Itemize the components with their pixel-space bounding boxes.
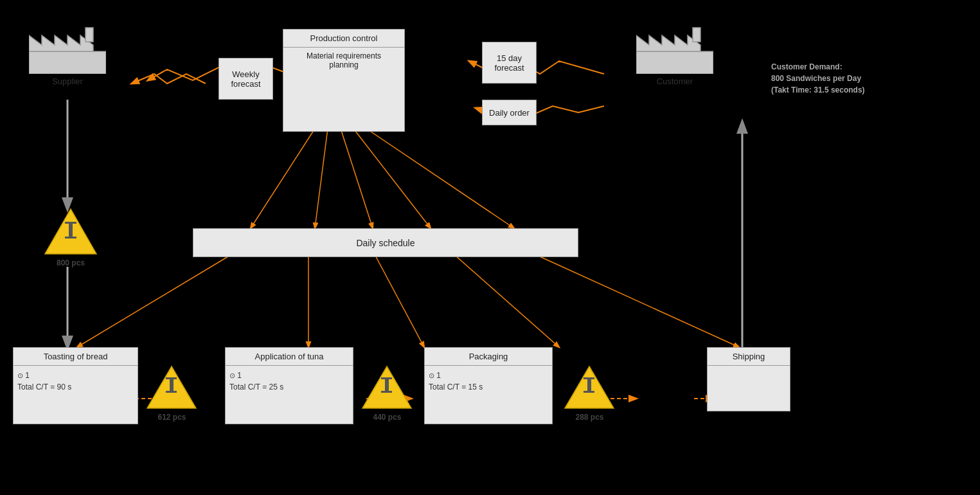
svg-marker-23 bbox=[636, 35, 700, 51]
svg-rect-30 bbox=[166, 377, 177, 379]
svg-line-16 bbox=[373, 251, 424, 347]
daily-schedule-label: Daily schedule bbox=[356, 238, 414, 248]
customer-demand-line3: (Takt Time: 31.5 seconds) bbox=[771, 84, 865, 96]
process-tuna-box: Application of tuna ⊙ 1 Total C/T = 25 s bbox=[225, 347, 353, 424]
process-toasting-title: Toasting of bread bbox=[13, 348, 138, 366]
daily-schedule-box: Daily schedule bbox=[193, 228, 578, 257]
supplier-label: Supplier bbox=[52, 76, 83, 86]
process-packaging-ct: Total C/T = 15 s bbox=[429, 382, 548, 392]
svg-rect-31 bbox=[170, 379, 174, 391]
process-packaging-box: Packaging ⊙ 1 Total C/T = 15 s bbox=[424, 347, 553, 424]
svg-rect-40 bbox=[584, 391, 594, 393]
inventory-3-label: 288 pcs bbox=[575, 413, 603, 422]
production-control-box: Production control Material requirements… bbox=[283, 29, 405, 132]
svg-rect-34 bbox=[381, 377, 392, 379]
svg-line-12 bbox=[353, 129, 431, 228]
svg-rect-36 bbox=[381, 391, 392, 393]
svg-line-11 bbox=[341, 129, 373, 228]
svg-line-10 bbox=[315, 129, 328, 228]
customer-demand-info: Customer Demand: 800 Sandwiches per Day … bbox=[771, 61, 865, 96]
svg-rect-22 bbox=[636, 51, 713, 74]
inventory-supplier-label: 800 pcs bbox=[57, 258, 85, 267]
svg-line-14 bbox=[77, 251, 238, 347]
customer-factory: Customer bbox=[636, 22, 713, 86]
svg-rect-21 bbox=[85, 28, 93, 42]
supplier-factory: Supplier bbox=[29, 22, 106, 86]
svg-rect-35 bbox=[385, 379, 389, 391]
svg-rect-39 bbox=[587, 379, 591, 391]
process-tuna-body: ⊙ 1 Total C/T = 25 s bbox=[226, 366, 353, 397]
inventory-supplier: 800 pcs bbox=[42, 206, 100, 267]
process-tuna-operator: ⊙ 1 bbox=[229, 371, 349, 380]
svg-line-13 bbox=[366, 129, 514, 228]
svg-line-18 bbox=[527, 251, 739, 347]
svg-rect-19 bbox=[29, 51, 106, 74]
process-toasting-body: ⊙ 1 Total C/T = 90 s bbox=[13, 366, 138, 397]
customer-label: Customer bbox=[657, 76, 693, 86]
day15-forecast-box: 15 day forecast bbox=[482, 42, 537, 84]
daily-order-box: Daily order bbox=[482, 100, 537, 125]
process-toasting-ct: Total C/T = 90 s bbox=[17, 382, 134, 392]
customer-demand-line2: 800 Sandwiches per Day bbox=[771, 73, 865, 84]
process-shipping-box: Shipping bbox=[707, 347, 790, 411]
customer-demand-line1: Customer Demand: bbox=[771, 61, 865, 73]
day15-forecast-label: 15 day forecast bbox=[494, 53, 524, 73]
svg-rect-28 bbox=[65, 237, 76, 239]
inventory-2-label: 440 pcs bbox=[373, 413, 401, 422]
process-toasting-operator: ⊙ 1 bbox=[17, 371, 134, 380]
svg-line-17 bbox=[450, 251, 559, 347]
weekly-forecast-label: Weekly forecast bbox=[231, 69, 260, 89]
process-toasting-box: Toasting of bread ⊙ 1 Total C/T = 90 s bbox=[13, 347, 138, 424]
weekly-forecast-box: Weekly forecast bbox=[218, 58, 273, 100]
svg-rect-32 bbox=[166, 391, 177, 393]
process-packaging-title: Packaging bbox=[425, 348, 552, 366]
svg-rect-26 bbox=[65, 222, 76, 224]
svg-rect-24 bbox=[693, 28, 700, 42]
process-shipping-title: Shipping bbox=[708, 348, 790, 366]
svg-rect-27 bbox=[69, 224, 73, 237]
process-packaging-operator: ⊙ 1 bbox=[429, 371, 548, 380]
svg-marker-20 bbox=[29, 35, 93, 51]
process-tuna-ct: Total C/T = 25 s bbox=[229, 382, 349, 392]
svg-rect-38 bbox=[584, 377, 594, 379]
inventory-1: 612 pcs bbox=[145, 363, 199, 422]
svg-line-9 bbox=[251, 129, 315, 228]
process-tuna-title: Application of tuna bbox=[226, 348, 353, 366]
production-control-sub: Material requirementsplanning bbox=[283, 48, 404, 73]
inventory-3: 288 pcs bbox=[562, 363, 617, 422]
daily-order-label: Daily order bbox=[489, 108, 530, 118]
production-control-title: Production control bbox=[283, 30, 404, 48]
process-packaging-body: ⊙ 1 Total C/T = 15 s bbox=[425, 366, 552, 397]
process-shipping-body bbox=[708, 366, 790, 376]
inventory-2: 440 pcs bbox=[360, 363, 414, 422]
inventory-1-label: 612 pcs bbox=[157, 413, 186, 422]
